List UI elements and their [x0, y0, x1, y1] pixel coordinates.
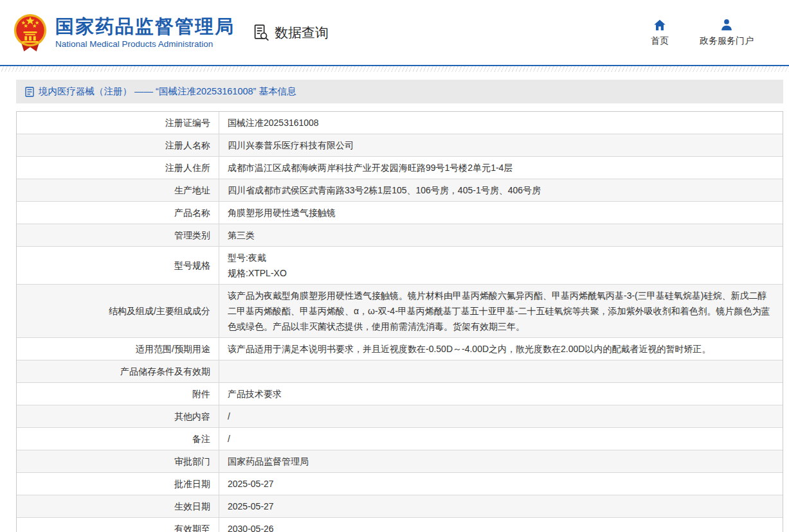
home-icon	[653, 18, 667, 32]
table-row-expiry-date: 有效期至 2030-05-26	[17, 518, 783, 532]
row-value: /	[219, 428, 783, 450]
row-label: 生产地址	[17, 179, 219, 201]
national-emblem-icon	[12, 13, 49, 53]
row-value: 四川省成都市武侯区武青南路33号2栋1层105、106号房，405-1号房、40…	[219, 179, 783, 201]
nav-gov-portal[interactable]: 政务服务门户	[700, 18, 754, 47]
row-value: 第三类	[219, 224, 783, 246]
hatch-decor-band	[0, 66, 789, 72]
row-label: 注册人名称	[17, 134, 219, 156]
table-row-production-address: 生产地址 四川省成都市武侯区武青南路33号2栋1层105、106号房，405-1…	[17, 179, 783, 202]
row-label: 批准日期	[17, 473, 219, 495]
table-row-approval-department: 审批部门 国家药品监督管理局	[17, 450, 783, 473]
breadcrumb: 境内医疗器械（注册） —— “国械注准20253161008” 基本信息	[16, 80, 783, 103]
table-row-model-spec: 型号规格 型号:夜戴 规格:XTPL-XO	[17, 247, 783, 285]
row-value: /	[219, 405, 783, 427]
registration-info-table: 注册证编号 国械注准20253161008 注册人名称 四川兴泰普乐医疗科技有限…	[16, 111, 783, 532]
breadcrumb-text: 境内医疗器械（注册） —— “国械注准20253161008” 基本信息	[39, 85, 296, 98]
nav-gov-portal-label: 政务服务门户	[700, 35, 754, 47]
row-value: 该产品为夜戴型角膜塑形用硬性透气接触镜。镜片材料由甲基丙烯酸六氟异丙酯、甲基丙烯…	[219, 285, 783, 337]
row-value: 国家药品监督管理局	[219, 450, 783, 472]
row-value: 2025-05-27	[219, 473, 783, 495]
row-value: 国械注准20253161008	[219, 112, 783, 134]
document-icon	[25, 87, 34, 97]
row-label: 产品名称	[17, 202, 219, 224]
row-label: 有效期至	[17, 518, 219, 532]
table-row-registrant-address: 注册人住所 成都市温江区成都海峡两岸科技产业开发园海旺路99号1号楼2单元1-4…	[17, 157, 783, 179]
row-value: 2025-05-27	[219, 495, 783, 517]
table-row-intended-use: 适用范围/预期用途 该产品适用于满足本说明书要求，并且近视度数在-0.50D～-…	[17, 338, 783, 360]
row-label: 型号规格	[17, 247, 219, 284]
row-label: 注册证编号	[17, 112, 219, 134]
nav-home-label: 首页	[651, 35, 669, 47]
brand-logo[interactable]: 国家药品监督管理局 National Medical Products Admi…	[12, 13, 235, 53]
brand-text: 国家药品监督管理局 National Medical Products Admi…	[55, 16, 235, 49]
user-icon	[720, 18, 734, 32]
table-row-reg-cert-no: 注册证编号 国械注准20253161008	[17, 112, 783, 134]
row-value: 产品技术要求	[219, 383, 783, 405]
table-row-management-class: 管理类别 第三类	[17, 224, 783, 247]
data-query-section[interactable]: 数据查询	[253, 24, 329, 42]
table-row-approval-date: 批准日期 2025-05-27	[17, 473, 783, 495]
row-label: 备注	[17, 428, 219, 450]
row-label: 管理类别	[17, 224, 219, 246]
row-value	[219, 360, 783, 382]
table-row-other-content: 其他内容 /	[17, 405, 783, 428]
row-value: 型号:夜戴 规格:XTPL-XO	[219, 247, 783, 284]
row-label: 注册人住所	[17, 157, 219, 179]
row-label: 其他内容	[17, 405, 219, 427]
site-title-en: National Medical Products Administration	[55, 39, 235, 49]
table-row-composition: 结构及组成/主要组成成分 该产品为夜戴型角膜塑形用硬性透气接触镜。镜片材料由甲基…	[17, 285, 783, 338]
table-row-attachment: 附件 产品技术要求	[17, 383, 783, 405]
row-label: 适用范围/预期用途	[17, 338, 219, 360]
row-value: 2030-05-26	[219, 518, 783, 532]
row-value: 该产品适用于满足本说明书要求，并且近视度数在-0.50D～-4.00D之内，散光…	[219, 338, 783, 360]
top-nav: 首页 政务服务门户	[651, 18, 789, 47]
row-label: 生效日期	[17, 495, 219, 517]
table-row-registrant-name: 注册人名称 四川兴泰普乐医疗科技有限公司	[17, 134, 783, 157]
table-row-effective-date: 生效日期 2025-05-27	[17, 495, 783, 518]
site-header: 国家药品监督管理局 National Medical Products Admi…	[0, 0, 789, 65]
row-label: 产品储存条件及有效期	[17, 360, 219, 382]
document-search-icon	[253, 24, 270, 41]
row-label: 附件	[17, 383, 219, 405]
data-query-label: 数据查询	[275, 24, 329, 42]
nav-home[interactable]: 首页	[651, 18, 669, 47]
row-value: 四川兴泰普乐医疗科技有限公司	[219, 134, 783, 156]
row-label: 结构及组成/主要组成成分	[17, 285, 219, 337]
row-value: 角膜塑形用硬性透气接触镜	[219, 202, 783, 224]
site-title-zh: 国家药品监督管理局	[55, 16, 235, 37]
table-row-storage-conditions: 产品储存条件及有效期	[17, 360, 783, 383]
table-row-remarks: 备注 /	[17, 428, 783, 450]
row-value: 成都市温江区成都海峡两岸科技产业开发园海旺路99号1号楼2单元1-4层	[219, 157, 783, 179]
table-row-product-name: 产品名称 角膜塑形用硬性透气接触镜	[17, 202, 783, 224]
row-label: 审批部门	[17, 450, 219, 472]
